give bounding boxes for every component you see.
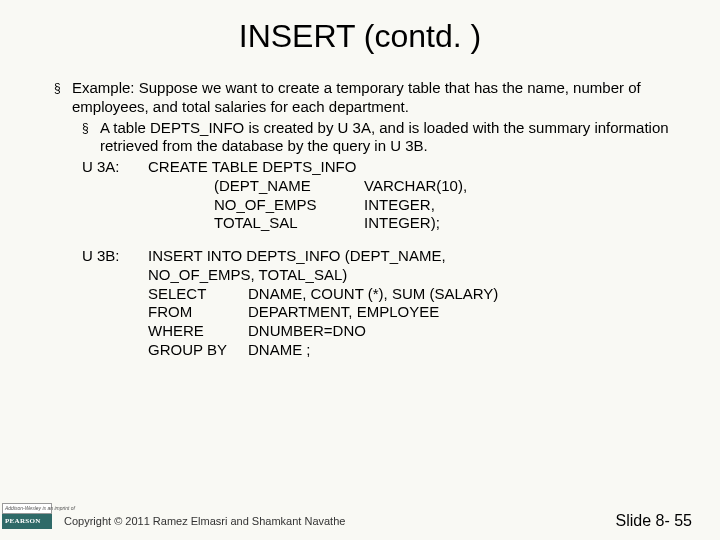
main-bullet: § Example: Suppose we want to create a t… — [54, 79, 684, 117]
logo-pearson-text: PEARSON — [2, 514, 52, 529]
sql-value: DNAME, COUNT (*), SUM (SALARY) — [248, 285, 684, 304]
logo-imprint-text: Addison-Wesley is an imprint of — [2, 503, 52, 514]
u3b-header: U 3B: INSERT INTO DEPTS_INFO (DEPT_NAME, — [82, 247, 684, 266]
col-type: INTEGER); — [364, 214, 440, 233]
sql-keyword: GROUP BY — [148, 341, 248, 360]
u3a-label: U 3A: — [82, 158, 148, 177]
slide-title: INSERT (contd. ) — [0, 18, 720, 55]
bullet-icon: § — [54, 79, 72, 96]
u3b-label: U 3B: — [82, 247, 148, 266]
sql-keyword: WHERE — [148, 322, 248, 341]
col-type: VARCHAR(10), — [364, 177, 467, 196]
col-name: TOTAL_SAL — [214, 214, 364, 233]
u3b-block: U 3B: INSERT INTO DEPTS_INFO (DEPT_NAME,… — [54, 247, 684, 360]
sql-keyword: FROM — [148, 303, 248, 322]
u3a-col-2: TOTAL_SAL INTEGER); — [82, 214, 684, 233]
publisher-logo: Addison-Wesley is an imprint of PEARSON — [2, 503, 52, 539]
slide-number: Slide 8- 55 — [616, 512, 693, 530]
u3b-insert-1: INSERT INTO DEPTS_INFO (DEPT_NAME, — [148, 247, 446, 266]
u3a-col-0: (DEPT_NAME VARCHAR(10), — [82, 177, 684, 196]
col-name: NO_OF_EMPS — [214, 196, 364, 215]
u3b-row-0: SELECT DNAME, COUNT (*), SUM (SALARY) — [82, 285, 684, 304]
copyright-text: Copyright © 2011 Ramez Elmasri and Shamk… — [64, 515, 345, 527]
u3a-header: U 3A: CREATE TABLE DEPTS_INFO — [82, 158, 684, 177]
u3a-create: CREATE TABLE DEPTS_INFO — [148, 158, 356, 177]
sql-value: DNAME ; — [248, 341, 684, 360]
sql-value: DEPARTMENT, EMPLOYEE — [248, 303, 684, 322]
u3b-row-2: WHERE DNUMBER=DNO — [82, 322, 684, 341]
u3b-insert-2: NO_OF_EMPS, TOTAL_SAL) — [82, 266, 684, 285]
u3a-col-1: NO_OF_EMPS INTEGER, — [82, 196, 684, 215]
u3a-block: U 3A: CREATE TABLE DEPTS_INFO (DEPT_NAME… — [54, 158, 684, 233]
sql-keyword: SELECT — [148, 285, 248, 304]
slide-content: § Example: Suppose we want to create a t… — [0, 79, 720, 360]
bullet-icon: § — [82, 119, 100, 136]
footer: Addison-Wesley is an imprint of PEARSON … — [0, 502, 720, 540]
sub-bullet: § A table DEPTS_INFO is created by U 3A,… — [54, 119, 684, 157]
u3b-row-1: FROM DEPARTMENT, EMPLOYEE — [82, 303, 684, 322]
example-intro-text: Example: Suppose we want to create a tem… — [72, 79, 684, 117]
sql-value: DNUMBER=DNO — [248, 322, 684, 341]
u3b-row-3: GROUP BY DNAME ; — [82, 341, 684, 360]
col-type: INTEGER, — [364, 196, 435, 215]
col-name: (DEPT_NAME — [214, 177, 364, 196]
sub-point-text: A table DEPTS_INFO is created by U 3A, a… — [100, 119, 684, 157]
